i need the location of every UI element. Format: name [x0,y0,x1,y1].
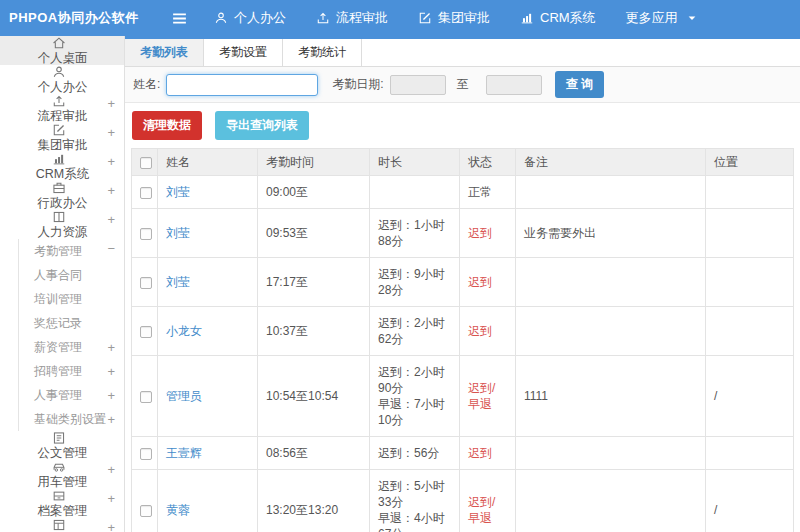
book-icon [52,210,67,224]
clean-data-button[interactable]: 清理数据 [132,111,202,140]
sidebar-item[interactable]: 项目管理 + [0,518,124,532]
note-cell: 业务需要外出 [516,209,706,258]
select-all-checkbox[interactable] [140,157,152,169]
expand-indicator: + [107,412,115,427]
name-label: 姓名: [133,76,160,93]
column-header: 位置 [706,149,794,176]
sidebar-item[interactable]: 个人桌面 [0,36,124,65]
location-cell: / [706,356,794,437]
employee-name-link[interactable]: 黄蓉 [166,503,190,517]
employee-name-link[interactable]: 王壹辉 [166,446,202,460]
table-row: 刘莹 09:00至 正常 [132,176,794,209]
row-checkbox[interactable] [140,326,152,338]
employee-name-link[interactable]: 刘莹 [166,275,190,289]
nav-item[interactable]: 流程审批 [316,9,388,27]
checkbox-cell [132,258,158,307]
sidebar: 个人桌面 个人办公 + 流程审批 + 集团审批 + CRM系统 + 行政办公 +… [0,36,125,532]
search-button[interactable]: 查 询 [555,71,604,98]
status-cell: 迟到/早退 [460,470,516,532]
employee-name-link[interactable]: 小龙女 [166,324,202,338]
sidebar-item[interactable]: 公文管理 + [0,431,124,460]
row-checkbox[interactable] [140,187,152,199]
sidebar-item[interactable]: 行政办公 + [0,181,124,210]
status-cell: 迟到 [460,258,516,307]
expand-indicator: + [107,491,115,506]
nav-item[interactable]: 个人办公 [214,9,286,27]
time-cell: 09:00至 [258,176,370,209]
tab[interactable]: 考勤列表 [125,39,204,66]
name-input[interactable] [166,74,318,96]
note-cell [516,437,706,470]
attendance-table-body: 刘莹 09:00至 正常 刘莹 09:53至 迟到：1小时88分 迟到 业务需要… [132,176,794,532]
column-header: 备注 [516,149,706,176]
sidebar-item[interactable]: 人力资源 − [0,210,124,239]
expand-indicator: + [107,125,115,140]
date-from-input[interactable] [390,75,446,95]
row-checkbox[interactable] [140,505,152,517]
duration-cell [370,176,460,209]
sidebar-item[interactable]: 人事管理 + [18,383,124,407]
nav-item[interactable]: 集团审批 [418,9,490,27]
sidebar-item[interactable]: 个人办公 + [0,65,124,94]
sidebar-toggle-button[interactable] [171,10,188,27]
employee-name-link[interactable]: 刘莹 [166,226,190,240]
sidebar-item[interactable]: 人事合同 [18,263,124,287]
main-content: 考勤列表考勤设置考勤统计 姓名: 考勤日期: 至 查 询 清理数据 导出查询列表 [125,36,800,532]
sidebar-item[interactable]: 档案管理 + [0,489,124,518]
status-cell: 迟到 [460,437,516,470]
document-icon [52,431,67,445]
status-cell: 迟到/早退 [460,356,516,437]
sidebar-item[interactable]: 培训管理 [18,287,124,311]
project-icon [52,518,67,532]
nav-item[interactable]: 更多应用 [626,9,698,27]
sidebar-item[interactable]: 集团审批 + [0,123,124,152]
date-to-input[interactable] [486,75,542,95]
app-logo: PHPOA协同办公软件 [0,9,125,27]
expand-indicator: + [107,212,115,227]
column-header: 考勤时间 [258,149,370,176]
sidebar-item[interactable]: 奖惩记录 [18,311,124,335]
row-checkbox[interactable] [140,228,152,240]
time-cell: 08:56至 [258,437,370,470]
status-cell: 迟到 [460,307,516,356]
sidebar-item[interactable]: 薪资管理 + [18,335,124,359]
table-header-row: 姓名考勤时间时长状态备注位置 [132,149,794,176]
location-cell [706,176,794,209]
location-cell [706,209,794,258]
expand-indicator: + [107,388,115,403]
sidebar-item[interactable]: 基础类别设置 + [18,407,124,431]
table-row: 管理员 10:54至10:54 迟到：2小时90分 早退：7小时10分 迟到/早… [132,356,794,437]
row-checkbox[interactable] [140,448,152,460]
duration-cell: 迟到：9小时28分 [370,258,460,307]
duration-cell: 迟到：1小时88分 [370,209,460,258]
nav-item[interactable]: CRM系统 [520,9,596,27]
attendance-table-wrap: 姓名考勤时间时长状态备注位置 刘莹 09:00至 正常 刘莹 09:53至 迟到… [125,148,800,532]
checkbox-cell [132,307,158,356]
sidebar-item[interactable]: CRM系统 + [0,152,124,181]
duration-cell: 迟到：2小时62分 [370,307,460,356]
row-checkbox[interactable] [140,391,152,403]
checkbox-cell [132,356,158,437]
filter-bar: 姓名: 考勤日期: 至 查 询 [125,67,800,103]
time-cell: 13:20至13:20 [258,470,370,532]
sidebar-item[interactable]: 用车管理 + [0,460,124,489]
employee-name-link[interactable]: 刘莹 [166,185,190,199]
upload-icon [316,11,330,25]
hamburger-menu-icon [171,10,188,27]
expand-indicator: + [107,183,115,198]
upload-icon [52,94,67,108]
app-header: PHPOA协同办公软件 个人办公 流程审批 集团审批 CRM系统 更多应用 [0,0,800,36]
expand-indicator: + [107,154,115,169]
top-nav: 个人办公 流程审批 集团审批 CRM系统 更多应用 [214,9,728,27]
tab[interactable]: 考勤统计 [283,39,362,66]
employee-name-link[interactable]: 管理员 [166,389,202,403]
sidebar-item[interactable]: 流程审批 + [0,94,124,123]
export-list-button[interactable]: 导出查询列表 [215,111,309,140]
sidebar-item[interactable]: 招聘管理 + [18,359,124,383]
checkbox-cell [132,176,158,209]
location-cell [706,437,794,470]
time-cell: 10:54至10:54 [258,356,370,437]
tab[interactable]: 考勤设置 [204,39,283,66]
table-row: 王壹辉 08:56至 迟到：56分 迟到 [132,437,794,470]
row-checkbox[interactable] [140,277,152,289]
